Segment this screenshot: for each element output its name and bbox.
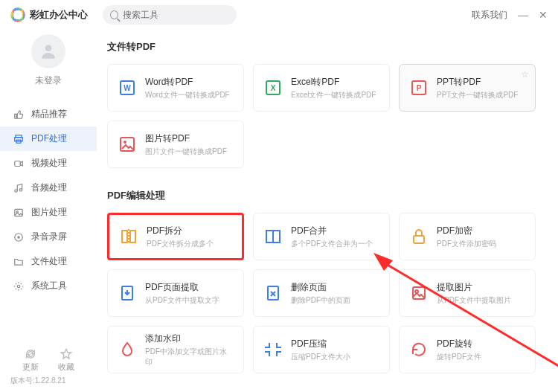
ppt-icon: P — [410, 79, 428, 97]
svg-rect-23 — [266, 231, 273, 242]
svg-text:X: X — [271, 84, 276, 92]
svg-point-6 — [19, 188, 22, 191]
card-pdf-rotate[interactable]: PDF旋转旋转PDF文件 — [399, 326, 536, 373]
nav-item-pdf[interactable]: PDF处理 — [0, 126, 97, 151]
minimize-button[interactable]: — — [518, 9, 528, 21]
nav-item-image[interactable]: 图片处理 — [0, 200, 97, 225]
card-pdf-watermark[interactable]: 添加水印PDF中添加文字或图片水印 — [107, 326, 244, 373]
search-icon — [110, 10, 118, 19]
nav-item-recommend[interactable]: 精品推荐 — [0, 102, 97, 126]
content-area: 文件转PDF W Word转PDFWord文件一键转换成PDF X Excel转… — [97, 30, 558, 392]
thumbs-up-icon — [13, 109, 24, 120]
lock-icon — [410, 228, 428, 245]
split-icon — [120, 228, 138, 245]
card-word-to-pdf[interactable]: W Word转PDFWord文件一键转换成PDF — [107, 64, 244, 112]
card-image-to-pdf[interactable]: 图片转PDF图片文件一键转换成PDF — [107, 121, 244, 168]
grid-convert: W Word转PDFWord文件一键转换成PDF X Excel转PDFExce… — [107, 64, 543, 168]
favorite-star-icon[interactable]: ☆ — [521, 69, 529, 80]
delete-page-icon — [264, 284, 282, 302]
star-icon — [60, 348, 72, 360]
image-file-icon — [118, 135, 136, 153]
folder-icon — [13, 257, 24, 267]
svg-point-11 — [17, 285, 20, 288]
video-icon — [13, 158, 24, 169]
svg-rect-7 — [15, 209, 23, 216]
card-pdf-extract-page[interactable]: PDF页面提取从PDF文件中提取文字 — [107, 269, 244, 317]
avatar-icon — [31, 34, 65, 68]
excel-icon: X — [264, 79, 282, 97]
update-icon — [25, 348, 36, 360]
close-button[interactable]: ✕ — [539, 9, 548, 21]
nav-list: 精品推荐 PDF处理 视频处理 音频处理 图片处理 录音录屏 文件处理 系统工具 — [0, 102, 97, 298]
contact-link[interactable]: 联系我们 — [472, 9, 507, 22]
card-excel-to-pdf[interactable]: X Excel转PDFExcel文件一键转换成PDF — [253, 64, 390, 112]
rainbow-icon — [10, 7, 25, 22]
svg-text:P: P — [417, 84, 422, 92]
search-input[interactable] — [123, 10, 229, 20]
svg-rect-2 — [15, 137, 23, 141]
svg-text:W: W — [124, 84, 131, 92]
nav-item-video[interactable]: 视频处理 — [0, 151, 97, 176]
watermark-icon — [118, 341, 136, 359]
titlebar: 彩虹办公中心 联系我们 — ✕ — [0, 0, 558, 30]
music-icon — [13, 183, 24, 193]
svg-rect-24 — [273, 231, 280, 242]
card-pdf-compress[interactable]: PDF压缩压缩PDF文件大小 — [253, 326, 390, 373]
image-icon — [13, 208, 24, 218]
svg-point-19 — [124, 141, 126, 144]
favorite-button[interactable]: 收藏 — [58, 348, 74, 373]
app-logo: 彩虹办公中心 — [10, 7, 88, 22]
svg-rect-25 — [414, 236, 424, 243]
update-button[interactable]: 更新 — [22, 348, 39, 373]
merge-icon — [264, 228, 282, 245]
compress-icon — [264, 341, 282, 359]
word-icon: W — [118, 79, 136, 97]
app-title: 彩虹办公中心 — [30, 8, 88, 22]
printer-icon — [13, 134, 24, 144]
nav-item-audio[interactable]: 音频处理 — [0, 176, 97, 200]
login-status: 未登录 — [35, 74, 62, 87]
card-pdf-extract-image[interactable]: 提取图片从PDF文件中提取图片 — [399, 269, 536, 317]
nav-item-file[interactable]: 文件处理 — [0, 249, 97, 274]
card-pdf-merge[interactable]: PDF合并多个PDF文件合并为一个 — [253, 213, 390, 260]
nav-item-record[interactable]: 录音录屏 — [0, 225, 97, 249]
svg-point-10 — [17, 236, 20, 239]
card-ppt-to-pdf[interactable]: ☆ P PPT转PDFPPT文件一键转换成PDF — [399, 64, 536, 112]
section-title-edit: PDF编辑处理 — [107, 189, 543, 202]
svg-rect-4 — [15, 161, 21, 166]
extract-page-icon — [118, 284, 136, 302]
card-pdf-delete-page[interactable]: 删除页面删除PDF中的页面 — [253, 269, 390, 317]
grid-edit: PDF拆分PDF文件拆分成多个 PDF合并多个PDF文件合并为一个 PDF加密P… — [107, 213, 543, 373]
version-label: 版本号:1.22.8.21 — [0, 376, 97, 392]
svg-rect-21 — [130, 231, 135, 242]
svg-rect-20 — [122, 231, 127, 242]
rotate-icon — [410, 341, 428, 359]
nav-item-system[interactable]: 系统工具 — [0, 274, 97, 298]
card-pdf-encrypt[interactable]: PDF加密PDF文件添加密码 — [399, 213, 536, 260]
svg-point-0 — [45, 45, 52, 51]
section-title-convert: 文件转PDF — [107, 40, 543, 54]
profile-area[interactable]: 未登录 — [0, 34, 97, 87]
card-pdf-split[interactable]: PDF拆分PDF文件拆分成多个 — [107, 213, 244, 260]
extract-image-icon — [410, 284, 428, 302]
search-box[interactable] — [103, 5, 237, 25]
gear-icon — [13, 281, 24, 292]
sidebar: 未登录 精品推荐 PDF处理 视频处理 音频处理 图片处理 录音录屏 文件处理 … — [0, 30, 97, 392]
svg-point-5 — [15, 189, 18, 192]
record-icon — [13, 232, 24, 242]
